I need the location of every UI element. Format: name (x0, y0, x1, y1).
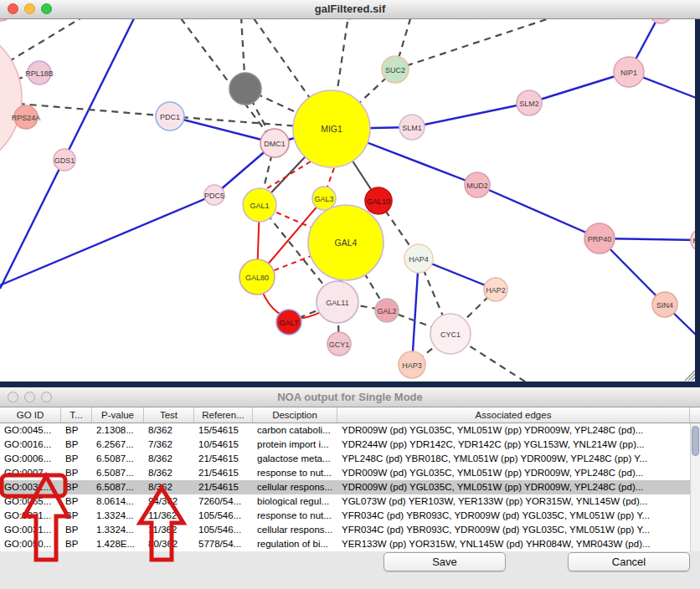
node-MIG1[interactable]: MIG1 (293, 90, 370, 167)
table-cell: YPL248C (pd) YBR018C, YML051W (pp) YDR00… (337, 452, 690, 466)
column-header-4[interactable]: Referen... (194, 407, 253, 423)
table-cell: 8/362 (144, 466, 194, 480)
table-cell: YDR009W (pd) YGL035C, YML051W (pp) YDR00… (337, 423, 690, 438)
node-GAL7[interactable]: GAL7 (276, 310, 301, 335)
node-GAL10[interactable]: GAL10 (365, 187, 392, 214)
column-header-6[interactable]: Associated edges (337, 407, 690, 423)
node-GCY1[interactable]: GCY1 (327, 332, 351, 356)
node-PDC1[interactable]: PDC1 (156, 102, 184, 131)
column-header-0[interactable]: GO ID (0, 407, 61, 423)
table-cell: 11/362 (144, 509, 194, 523)
node-PRP40[interactable]: PRP40 (584, 223, 615, 254)
zoom-button[interactable] (41, 392, 52, 402)
node-PDC5[interactable]: PDC5 (204, 185, 224, 205)
node-unlabeled[interactable] (650, 19, 672, 23)
node-label: HAP4 (409, 255, 429, 264)
column-header-3[interactable]: Test (144, 407, 194, 423)
table-cell: GO:0045... (0, 423, 61, 438)
table-cell: BP (61, 480, 92, 494)
node-label: GAL2 (377, 307, 396, 315)
node-CYC1[interactable]: CYC1 (430, 314, 471, 354)
node-HAP3[interactable]: HAP3 (399, 351, 425, 378)
network-edge-pp[interactable] (0, 195, 214, 285)
node-SUC2[interactable]: SUC2 (382, 56, 409, 83)
node-label: MUD2 (466, 182, 488, 190)
table-cell: cellular respons... (253, 523, 337, 537)
column-header-1[interactable]: T... (61, 407, 92, 423)
node-label: DMC1 (264, 140, 286, 148)
node-HAP4[interactable]: HAP4 (404, 244, 433, 273)
table-cell: 1.428E... (92, 537, 144, 551)
table-cell: response to nut... (253, 466, 337, 480)
table-cell: 105/546... (194, 509, 253, 523)
noa-titlebar[interactable]: NOA output for Single Mode (0, 387, 700, 407)
table-cell: YFR034C (pd) YBR093C, YDR009W (pd) YGL03… (337, 523, 690, 537)
window-title: galFiltered.sif (0, 0, 700, 18)
node-GAL11[interactable]: GAL11 (317, 281, 358, 323)
table-row[interactable]: GO:0050...BP1.428E...80/3625778/54...reg… (0, 537, 700, 551)
table-cell: 15/54615 (194, 423, 253, 438)
close-button[interactable] (8, 3, 18, 14)
node-SLM2[interactable]: SLM2 (517, 90, 542, 115)
minimize-button[interactable] (24, 392, 35, 402)
node-HAP2[interactable]: HAP2 (484, 278, 507, 301)
node-GAL3[interactable]: GAL3 (312, 187, 336, 210)
node-SLM1[interactable]: SLM1 (399, 115, 425, 140)
table-row[interactable]: GO:0045...BP2.1308...8/36215/54615carbon… (0, 423, 700, 438)
network-edge-pd[interactable] (395, 19, 549, 69)
node-label: CYC1 (440, 330, 461, 339)
network-edge-pp[interactable] (412, 259, 419, 365)
table-row[interactable]: GO:0006...BP6.5087...8/36221/54615galact… (0, 452, 700, 466)
node-DMC1[interactable]: DMC1 (260, 129, 289, 157)
node-unlabeled[interactable] (0, 19, 10, 21)
table-cell: GO:0031... (0, 480, 61, 494)
zoom-button[interactable] (41, 3, 52, 14)
table-row[interactable]: GO:0031...BP6.5087...8/36221/54615cellul… (0, 480, 700, 494)
galfiltered-titlebar[interactable]: galFiltered.sif (0, 0, 700, 19)
node-label: RPS24A (12, 114, 41, 122)
node-GAL4[interactable]: GAL4 (308, 205, 383, 280)
table-cell: regulation of bi... (253, 537, 337, 551)
table-cell: biological regul... (253, 494, 337, 509)
node-label: MIG1 (321, 124, 342, 134)
table-cell: 21/54615 (194, 466, 253, 480)
cancel-button[interactable]: Cancel (568, 552, 690, 571)
node-GDS1[interactable]: GDS1 (54, 149, 75, 171)
node-unlabeled[interactable] (229, 73, 261, 105)
minimize-button[interactable] (24, 3, 35, 14)
close-button[interactable] (8, 392, 18, 402)
table-row[interactable]: GO:0031...BP1.3324...11/362105/546...res… (0, 509, 700, 523)
node-unlabeled[interactable] (0, 24, 22, 172)
network-edge-pd[interactable] (181, 19, 275, 143)
node-GAL2[interactable]: GAL2 (375, 299, 399, 322)
node-label: HAP3 (402, 361, 422, 370)
network-edge-pp[interactable] (477, 185, 600, 238)
node-GAL80[interactable]: GAL80 (239, 259, 275, 294)
column-header-5[interactable]: Desciption (253, 407, 337, 423)
column-header-2[interactable]: P-value (92, 407, 144, 423)
scrollbar-thumb[interactable] (692, 426, 699, 456)
node-SIN4[interactable]: SIN4 (652, 292, 677, 317)
node-RPL18B[interactable]: RPL18B (25, 61, 54, 85)
traffic-lights (8, 3, 52, 14)
node-label: GAL80 (245, 274, 269, 282)
table-cell: 8/362 (144, 480, 194, 494)
table-scrollbar[interactable] (690, 423, 700, 551)
network-edge-redd[interactable] (327, 168, 334, 187)
table-cell: GO:0007... (0, 466, 61, 480)
table-body: GO:0045...BP2.1308...8/36215/54615carbon… (0, 423, 700, 551)
network-canvas[interactable]: RPL18BRPS24AGDS1PDC1DMC1MIG1SUC2SLM1SLM2… (0, 19, 700, 382)
table-cell: 6.5087... (92, 466, 144, 480)
node-NIP1[interactable]: NIP1 (614, 57, 644, 87)
node-label: SLM1 (402, 124, 422, 132)
save-button[interactable]: Save (383, 552, 506, 571)
table-row[interactable]: GO:0016...BP6.2567...7/36210/54615protei… (0, 438, 700, 452)
node-GAL1[interactable]: GAL1 (243, 188, 276, 222)
table-cell: GO:0065... (0, 494, 61, 509)
network-edge-pp[interactable] (412, 103, 529, 127)
table-row[interactable]: GO:0031...BP1.3324...11/362105/546...cel… (0, 523, 700, 537)
table-cell: YDR244W (pp) YDR142C, YDR142C (pp) YGL15… (337, 438, 690, 452)
table-row[interactable]: GO:0065...BP8.0614...94/3627260/54...bio… (0, 494, 700, 509)
table-row[interactable]: GO:0007...BP6.5087...8/36221/54615respon… (0, 466, 700, 480)
node-MUD2[interactable]: MUD2 (465, 172, 490, 197)
